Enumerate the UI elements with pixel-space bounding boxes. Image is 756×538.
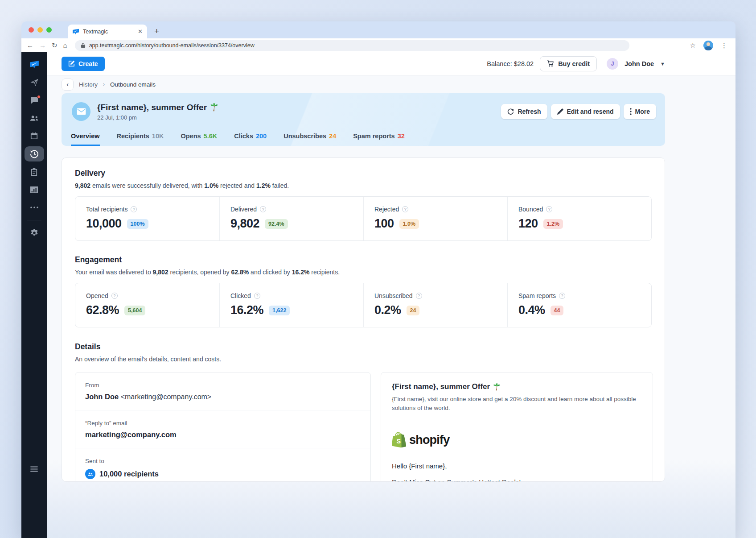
close-window-button[interactable]: [29, 27, 34, 33]
window-controls: [21, 21, 59, 38]
stat-badge: 5,604: [124, 306, 145, 315]
stat-value: 120: [518, 217, 538, 231]
sidebar-item-compose[interactable]: [25, 74, 44, 91]
sidebar-collapse-button[interactable]: [21, 466, 47, 472]
edit-and-resend-button[interactable]: Edit and resend: [551, 104, 620, 119]
stat-spam-reports: Spam reports? 0.4%44: [507, 283, 651, 327]
tab-clicks[interactable]: Clicks200: [234, 132, 267, 146]
tab-close-icon[interactable]: ✕: [138, 28, 143, 35]
bar-chart-icon: [30, 186, 38, 194]
browser-menu-icon[interactable]: ⋮: [721, 42, 727, 49]
create-button[interactable]: Create: [62, 57, 105, 71]
browser-tabstrip: Textmagic ✕ +: [21, 21, 735, 38]
sidebar-item-more[interactable]: [25, 199, 44, 216]
reload-icon[interactable]: ↻: [52, 42, 58, 49]
from-name: John Doe: [85, 393, 119, 401]
browser-window: Textmagic ✕ + ← → ↻ ⌂ app.textmagic.com/…: [21, 21, 735, 538]
tab-unsubscribes[interactable]: Unsubscribes24: [284, 132, 336, 146]
campaign-tabs: Overview Recipients10K Opens5.6K Clicks2…: [71, 132, 405, 146]
more-button[interactable]: More: [624, 104, 656, 119]
forward-icon[interactable]: →: [39, 42, 46, 49]
recipients-icon: [85, 469, 95, 479]
ellipsis-icon: [30, 207, 38, 208]
sidebar-divider: [27, 220, 41, 220]
sidebar-item-chats[interactable]: [25, 91, 44, 109]
sidebar-item-history[interactable]: [25, 146, 44, 161]
recipients-count: 10K: [152, 132, 164, 140]
textmagic-favicon: [72, 29, 79, 35]
maximize-window-button[interactable]: [46, 27, 52, 33]
details-description: An overview of the email’s details, cont…: [75, 356, 652, 363]
tab-spam-reports[interactable]: Spam reports32: [353, 132, 405, 146]
tab-overview[interactable]: Overview: [71, 132, 100, 146]
sidebar-item-settings[interactable]: [25, 224, 44, 242]
new-tab-button[interactable]: +: [154, 26, 159, 36]
bookmark-star-icon[interactable]: ☆: [690, 42, 696, 49]
svg-text:S: S: [396, 438, 401, 445]
user-menu-chevron-icon[interactable]: ▼: [660, 61, 665, 66]
url-text: app.textmagic.com/history/outbound-email…: [89, 42, 255, 49]
back-icon[interactable]: ←: [27, 42, 33, 49]
campaign-title-text: {First name}, summer Offer: [97, 103, 207, 112]
details-heading: Details: [75, 342, 652, 352]
help-icon[interactable]: ?: [131, 206, 137, 212]
reply-to-label: “Reply to” email: [85, 420, 361, 426]
help-icon[interactable]: ?: [402, 206, 408, 212]
sidebar-item-contacts[interactable]: [25, 109, 44, 127]
clicks-count: 200: [256, 132, 267, 140]
tab-opens[interactable]: Opens5.6K: [181, 132, 217, 146]
buy-credit-button[interactable]: Buy credit: [540, 56, 597, 71]
sidebar-item-templates[interactable]: [25, 163, 44, 181]
sidebar-item-reports[interactable]: [25, 181, 44, 199]
envelope-icon: [77, 108, 86, 115]
user-name[interactable]: John Doe: [625, 60, 654, 67]
help-icon[interactable]: ?: [254, 293, 260, 299]
app-topbar: Create Balance: $28.02 Buy credit J John…: [47, 52, 735, 75]
stat-rejected: Rejected? 1001.0%: [363, 197, 507, 240]
edit-and-resend-label: Edit and resend: [567, 108, 614, 115]
app-sidebar: [21, 52, 47, 538]
preview-snippet: {First name}, visit our online store and…: [392, 395, 642, 412]
sidebar-item-logo[interactable]: [25, 56, 44, 74]
browser-toolbar: ← → ↻ ⌂ app.textmagic.com/history/outbou…: [21, 38, 735, 52]
preview-greeting: Hello {First name},: [392, 462, 642, 470]
palm-tree-icon: [493, 383, 501, 391]
refresh-icon: [507, 108, 514, 115]
unsubscribes-count: 24: [329, 132, 336, 140]
address-bar[interactable]: app.textmagic.com/history/outbound-email…: [75, 40, 629, 51]
stat-value: 10,000: [86, 217, 122, 231]
browser-profile-avatar[interactable]: [703, 41, 713, 50]
engagement-heading: Engagement: [75, 255, 652, 265]
refresh-button[interactable]: Refresh: [501, 104, 547, 119]
opens-count: 5.6K: [204, 132, 218, 140]
help-icon[interactable]: ?: [546, 206, 552, 212]
stat-badge: 44: [551, 306, 564, 315]
notification-dot: [37, 95, 41, 99]
stat-value: 62.8%: [86, 303, 119, 317]
browser-tab[interactable]: Textmagic ✕: [68, 25, 147, 38]
home-icon[interactable]: ⌂: [63, 42, 67, 49]
help-icon[interactable]: ?: [416, 293, 422, 299]
from-email: <marketing@company.com>: [121, 393, 212, 401]
stat-badge: 1,622: [269, 306, 290, 315]
stat-clicked: Clicked? 16.2%1,622: [219, 283, 363, 327]
user-avatar[interactable]: J: [607, 58, 618, 70]
breadcrumb-back-button[interactable]: ‹: [62, 79, 74, 91]
delivery-description: 9,802 emails were successfully delivered…: [75, 182, 652, 189]
pencil-icon: [557, 108, 563, 115]
help-icon[interactable]: ?: [559, 293, 565, 299]
tab-recipients[interactable]: Recipients10K: [117, 132, 164, 146]
stat-badge: 24: [407, 306, 420, 315]
shopify-wordmark: shopify: [409, 433, 449, 447]
minimize-window-button[interactable]: [37, 27, 43, 33]
people-icon: [87, 472, 93, 476]
breadcrumb-history[interactable]: History: [79, 81, 98, 88]
palm-tree-icon: [210, 103, 218, 112]
sidebar-item-scheduled[interactable]: [25, 127, 44, 145]
reply-to-value: marketing@company.com: [85, 430, 177, 439]
buy-credit-label: Buy credit: [558, 60, 590, 67]
help-icon[interactable]: ?: [111, 293, 118, 299]
sent-to-label: Sent to: [85, 458, 361, 464]
stat-badge: 1.2%: [543, 219, 563, 229]
help-icon[interactable]: ?: [260, 206, 266, 212]
